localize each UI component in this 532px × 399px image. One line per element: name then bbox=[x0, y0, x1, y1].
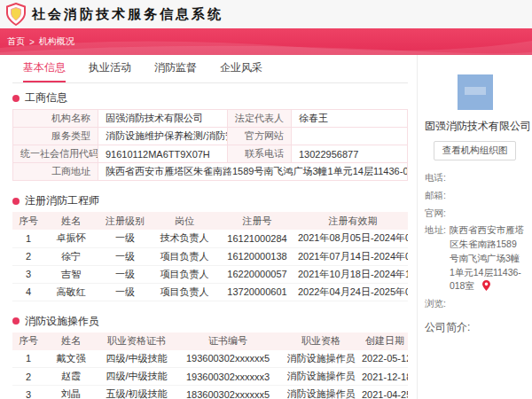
table-row: 2徐宁一级项目负责人161200001382021年07月14日-2024年07… bbox=[12, 247, 408, 265]
tab-bar: 基本信息 执业活动 消防监督 企业风采 bbox=[12, 55, 408, 83]
table-cell: 吉智 bbox=[44, 265, 98, 283]
location-pin-icon[interactable] bbox=[482, 280, 490, 291]
breadcrumb-home-link[interactable]: 首页 bbox=[7, 35, 25, 48]
engineers-table: 序号 姓名 注册级别 岗位 注册号 注册有效期 1卓振怀一级技术负责人16121… bbox=[12, 212, 408, 301]
company-sidebar: 固强消防技术有限公司 查看机构组织图 电话: 邮箱: 官网: 地址: 陕西省西安… bbox=[417, 55, 532, 399]
column-header: 职业资格证书 bbox=[98, 332, 176, 350]
table-cell: 16220000057 bbox=[216, 265, 298, 283]
field-value: 消防设施维护保养检测/消防安全评估 bbox=[98, 128, 228, 145]
field-value: 陕西省西安市雁塔区朱雀南路1589号南飞鸿广场3幢1单元14层11436-018… bbox=[98, 163, 408, 181]
table-row: 工商地址 陕西省西安市雁塔区朱雀南路1589号南飞鸿广场3幢1单元14层1143… bbox=[13, 163, 408, 181]
table-cell: 13720000601 bbox=[216, 283, 298, 301]
table-cell: 戴文强 bbox=[44, 350, 98, 368]
table-row: 4高敬红一级项目负责人137200006012022年04月24日-2025年0… bbox=[12, 283, 408, 301]
table-cell: 卓振怀 bbox=[44, 230, 98, 247]
column-header: 姓名 bbox=[44, 212, 98, 230]
column-header: 职业资格 bbox=[280, 332, 362, 350]
table-cell: 16121000284 bbox=[216, 230, 298, 247]
table-cell: 刘晶 bbox=[44, 386, 98, 399]
column-header: 注册级别 bbox=[98, 212, 153, 230]
table-row: 1戴文强四级/中级技能193600302xxxxxx5消防设施操作员2022-0… bbox=[12, 350, 408, 368]
app-header: 社会消防技术服务信息系统 bbox=[0, 0, 532, 28]
field-label: 机构名称 bbox=[13, 110, 98, 128]
table-cell: 3 bbox=[12, 386, 44, 399]
table-row: 3刘晶五级/初级技能183600302xxxxxx5消防设施操作员2021-04… bbox=[12, 386, 408, 399]
table-cell: 1 bbox=[12, 350, 44, 368]
table-row: 3吉智一级项目负责人162200000572021年10月18日-2024年10… bbox=[12, 265, 408, 283]
column-header: 注册有效期 bbox=[298, 212, 408, 230]
tab-practice[interactable]: 执业活动 bbox=[89, 60, 131, 82]
company-profile-title: 公司简介: bbox=[425, 320, 525, 335]
table-cell: 193600302xxxxxx5 bbox=[176, 350, 280, 368]
table-cell: 消防设施操作员 bbox=[280, 350, 362, 368]
field-label: 统一社会信用代码 bbox=[13, 145, 98, 163]
operators-table: 序号 姓名 职业资格证书 证书编号 职业资格 创建日期 1戴文强四级/中级技能1… bbox=[12, 332, 408, 399]
table-cell: 高敬红 bbox=[44, 283, 98, 301]
tab-basic-info[interactable]: 基本信息 bbox=[23, 60, 66, 82]
table-cell: 项目负责人 bbox=[153, 283, 216, 301]
table-cell: 2 bbox=[12, 368, 44, 386]
section-title-engineers: 注册消防工程师 bbox=[12, 193, 408, 208]
table-cell: 2021年07月14日-2024年07月14日 bbox=[298, 247, 408, 265]
field-value: 固强消防技术有限公司 bbox=[98, 110, 228, 128]
breadcrumb-current: 机构概况 bbox=[39, 35, 74, 48]
table-cell: 项目负责人 bbox=[153, 247, 216, 265]
section-title-business-info: 工商信息 bbox=[12, 90, 408, 106]
field-value: 徐春王 bbox=[292, 110, 408, 128]
table-row: 2赵霞四级/中级技能193600302xxxxxx3消防设施操作员2021-12… bbox=[12, 368, 408, 386]
table-cell: 消防设施操作员 bbox=[280, 368, 362, 386]
field-label: 工商地址 bbox=[13, 163, 98, 181]
table-row: 服务类型 消防设施维护保养检测/消防安全评估 官方网站 bbox=[13, 128, 408, 145]
table-row: 统一社会信用代码 91610112MA6TT9X07H 联系电话 1302295… bbox=[13, 145, 408, 163]
field-label: 联系电话 bbox=[228, 145, 292, 163]
table-cell: 四级/中级技能 bbox=[98, 368, 176, 386]
table-cell: 183600302xxxxxx5 bbox=[176, 386, 280, 399]
column-header: 序号 bbox=[12, 212, 44, 230]
tab-supervision[interactable]: 消防监督 bbox=[154, 60, 197, 82]
red-dot-icon bbox=[12, 198, 20, 205]
table-cell: 一级 bbox=[98, 230, 153, 247]
sidebar-field-website: 官网: bbox=[425, 207, 525, 221]
field-value bbox=[292, 128, 408, 145]
table-cell: 1 bbox=[12, 230, 44, 247]
table-cell: 2 bbox=[12, 247, 44, 265]
table-cell: 193600302xxxxxx3 bbox=[176, 368, 280, 386]
table-cell: 2021-12-18 bbox=[362, 368, 408, 386]
sidebar-field-phone: 电话: bbox=[425, 171, 525, 185]
table-cell: 赵霞 bbox=[44, 368, 98, 386]
company-name: 固强消防技术有限公司 bbox=[425, 119, 525, 134]
company-logo-image bbox=[458, 74, 493, 110]
table-cell: 3 bbox=[12, 265, 44, 283]
page-body: 基本信息 执业活动 消防监督 企业风采 工商信息 机构名称 固强消防技术有限公司… bbox=[0, 55, 532, 399]
table-cell: 徐宁 bbox=[44, 247, 98, 265]
table-cell: 一级 bbox=[98, 265, 153, 283]
sidebar-field-email: 邮箱: bbox=[425, 189, 525, 203]
view-org-chart-button[interactable]: 查看机构组织图 bbox=[434, 141, 517, 160]
column-header: 创建日期 bbox=[362, 332, 408, 350]
breadcrumb-separator: > bbox=[29, 37, 35, 47]
field-value: 13022956877 bbox=[292, 145, 408, 163]
table-cell: 2021-04-25 bbox=[362, 386, 408, 399]
table-cell: 五级/初级技能 bbox=[98, 386, 176, 399]
sidebar-field-views: 浏览: bbox=[425, 297, 525, 311]
breadcrumb: 首页 > 机构概况 bbox=[7, 35, 74, 48]
section-title-operators: 消防设施操作员 bbox=[12, 314, 408, 329]
banner-wave-decoration bbox=[0, 28, 532, 55]
tab-company-style[interactable]: 企业风采 bbox=[220, 60, 262, 82]
column-header: 岗位 bbox=[153, 212, 216, 230]
table-cell: 16120000138 bbox=[216, 247, 298, 265]
table-header-row: 序号 姓名 职业资格证书 证书编号 职业资格 创建日期 bbox=[12, 332, 408, 350]
table-cell: 2021年10月18日-2024年10月18日 bbox=[298, 265, 408, 283]
field-value: 91610112MA6TT9X07H bbox=[98, 145, 228, 163]
table-cell: 2022-05-12 bbox=[362, 350, 408, 368]
table-cell: 四级/中级技能 bbox=[98, 350, 176, 368]
table-cell: 2021年08月05日-2024年08月05日 bbox=[298, 230, 408, 247]
table-cell: 2022年04月24日-2025年04月24日 bbox=[298, 283, 408, 301]
table-cell: 技术负责人 bbox=[153, 230, 216, 247]
table-header-row: 序号 姓名 注册级别 岗位 注册号 注册有效期 bbox=[12, 212, 408, 230]
breadcrumb-banner: 首页 > 机构概况 bbox=[0, 28, 532, 55]
main-content: 基本信息 执业活动 消防监督 企业风采 工商信息 机构名称 固强消防技术有限公司… bbox=[0, 55, 417, 399]
field-label: 法定代表人 bbox=[228, 110, 292, 128]
column-header: 序号 bbox=[12, 332, 44, 350]
red-dot-icon bbox=[12, 317, 20, 325]
